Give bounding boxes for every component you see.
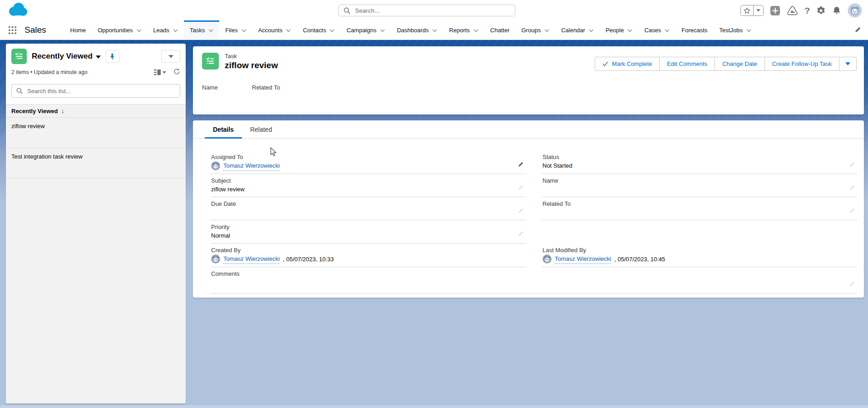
record-title: ziflow review bbox=[225, 60, 278, 70]
nav-tab-calendar[interactable]: Calendar bbox=[555, 20, 600, 40]
list-rows: ziflow review Test integration task revi… bbox=[6, 118, 186, 403]
list-item-ziflow-review[interactable]: ziflow review bbox=[6, 118, 186, 148]
app-name[interactable]: Sales bbox=[25, 25, 46, 35]
guidance-center-icon[interactable] bbox=[787, 5, 798, 16]
salesforce-logo-icon bbox=[7, 2, 29, 20]
change-date-button[interactable]: Change Date bbox=[715, 57, 765, 71]
search-icon bbox=[344, 7, 350, 14]
notifications-bell-icon[interactable] bbox=[832, 6, 841, 15]
field-created-by: Created By Tomasz Wierzowiecki, 05/07/20… bbox=[210, 244, 526, 267]
tab-related[interactable]: Related bbox=[242, 120, 280, 138]
nav-tab-people[interactable]: People bbox=[600, 20, 638, 40]
field-comments: Comments bbox=[210, 267, 858, 294]
chevron-down-icon[interactable] bbox=[589, 27, 594, 34]
user-avatar-mini bbox=[542, 254, 552, 264]
list-view-panel: Recently Viewed 2 items • Updated a minu… bbox=[6, 44, 186, 403]
edit-pencil-icon[interactable] bbox=[518, 208, 524, 216]
chevron-down-icon[interactable] bbox=[380, 27, 385, 34]
nav-tab-files[interactable]: Files bbox=[219, 20, 252, 40]
chevron-down-icon[interactable] bbox=[137, 27, 142, 34]
list-meta-text: 2 items • Updated a minute ago bbox=[11, 69, 88, 75]
list-search bbox=[6, 79, 186, 104]
global-actions-icon[interactable] bbox=[770, 5, 780, 16]
edit-pencil-icon[interactable] bbox=[518, 231, 524, 239]
list-view-caret-icon[interactable] bbox=[96, 55, 101, 59]
chevron-down-icon[interactable] bbox=[665, 27, 670, 34]
last-modified-date: , 05/07/2023, 10:45 bbox=[614, 254, 665, 264]
edit-pencil-icon[interactable] bbox=[849, 184, 855, 193]
global-search[interactable] bbox=[338, 5, 515, 16]
nav-tab-testjobs[interactable]: TestJobs bbox=[713, 20, 757, 40]
app-launcher-icon[interactable] bbox=[8, 26, 17, 35]
field-last-modified-by: Last Modified By Tomasz Wierzowiecki, 05… bbox=[542, 244, 858, 267]
edit-pencil-icon[interactable] bbox=[518, 184, 524, 193]
favorites-button-group bbox=[740, 5, 764, 16]
list-search-input[interactable] bbox=[26, 87, 175, 95]
mark-complete-button[interactable]: Mark Complete bbox=[595, 57, 660, 71]
nav-tab-campaigns[interactable]: Campaigns bbox=[340, 20, 391, 40]
edit-pencil-icon[interactable] bbox=[849, 208, 855, 216]
chevron-down-icon[interactable] bbox=[208, 27, 213, 34]
highlight-field-name: Name bbox=[202, 84, 232, 99]
favorites-star-icon[interactable] bbox=[741, 5, 753, 15]
bottom-edge bbox=[0, 405, 868, 408]
list-item-test-integration-task-review[interactable]: Test integration task review bbox=[6, 148, 186, 179]
edit-pencil-icon[interactable] bbox=[518, 161, 524, 169]
field-name: Name bbox=[542, 174, 858, 197]
list-view-title[interactable]: Recently Viewed bbox=[32, 52, 101, 61]
field-status: Status Not Started bbox=[542, 150, 858, 174]
nav-tab-dashboards[interactable]: Dashboards bbox=[391, 20, 443, 40]
edit-pencil-icon[interactable] bbox=[849, 281, 855, 289]
edit-pencil-icon[interactable] bbox=[849, 161, 855, 169]
nav-tab-contacts[interactable]: Contacts bbox=[297, 20, 340, 40]
record-entity-label: Task bbox=[225, 53, 278, 60]
chevron-down-icon[interactable] bbox=[173, 27, 178, 34]
nav-tab-opportunities[interactable]: Opportunities bbox=[92, 20, 147, 40]
nav-tab-chatter[interactable]: Chatter bbox=[484, 20, 516, 40]
setup-gear-icon[interactable] bbox=[816, 6, 826, 15]
assigned-to-user-link[interactable]: Tomasz Wierzowiecki bbox=[223, 161, 280, 171]
chevron-down-icon[interactable] bbox=[746, 27, 751, 34]
last-modified-by-user-link[interactable]: Tomasz Wierzowiecki bbox=[555, 254, 611, 264]
edit-nav-pencil-icon[interactable] bbox=[854, 26, 861, 35]
list-sort-header[interactable]: Recently Viewed ↓ bbox=[6, 104, 186, 118]
record-highlights-card: Task ziflow review Mark Complete Edit Co… bbox=[193, 46, 864, 114]
global-header: ? bbox=[0, 0, 868, 20]
user-avatar[interactable] bbox=[848, 3, 862, 18]
chevron-down-icon[interactable] bbox=[544, 27, 549, 34]
nav-tab-cases[interactable]: Cases bbox=[638, 20, 676, 40]
nav-tab-reports[interactable]: Reports bbox=[443, 20, 484, 40]
favorites-caret-icon[interactable] bbox=[753, 5, 763, 15]
pin-icon[interactable] bbox=[106, 50, 119, 63]
chevron-down-icon[interactable] bbox=[432, 27, 437, 34]
chevron-down-icon[interactable] bbox=[473, 27, 478, 34]
created-by-user-link[interactable]: Tomasz Wierzowiecki bbox=[223, 254, 280, 264]
field-empty-spacer bbox=[542, 220, 858, 244]
more-actions-caret-icon[interactable] bbox=[839, 57, 857, 71]
nav-tab-leads[interactable]: Leads bbox=[148, 20, 184, 40]
global-search-input[interactable] bbox=[354, 7, 510, 15]
list-view-controls-button[interactable] bbox=[161, 50, 180, 63]
chevron-down-icon[interactable] bbox=[330, 27, 335, 34]
chevron-down-icon[interactable] bbox=[242, 27, 247, 34]
display-as-icon[interactable] bbox=[153, 69, 166, 76]
create-follow-up-task-button[interactable]: Create Follow-Up Task bbox=[765, 57, 839, 71]
help-icon[interactable]: ? bbox=[804, 6, 810, 15]
highlights-fields: Name Related To bbox=[193, 70, 864, 99]
edit-comments-button[interactable]: Edit Comments bbox=[660, 57, 715, 71]
nav-tab-accounts[interactable]: Accounts bbox=[252, 20, 297, 40]
nav-tab-home[interactable]: Home bbox=[64, 20, 92, 40]
field-due-date: Due Date bbox=[210, 197, 526, 220]
created-date: , 05/07/2023, 10:33 bbox=[283, 254, 334, 264]
chevron-down-icon[interactable] bbox=[627, 27, 632, 34]
refresh-icon[interactable] bbox=[173, 68, 180, 76]
nav-tab-groups[interactable]: Groups bbox=[516, 20, 556, 40]
nav-tab-forecasts[interactable]: Forecasts bbox=[676, 20, 713, 40]
task-entity-icon bbox=[202, 53, 219, 70]
chevron-down-icon[interactable] bbox=[286, 27, 291, 34]
tab-details[interactable]: Details bbox=[205, 120, 242, 138]
nav-tab-tasks[interactable]: Tasks bbox=[184, 20, 219, 40]
field-subject: Subject ziflow review bbox=[210, 174, 526, 197]
list-view-header: Recently Viewed bbox=[6, 44, 186, 66]
search-icon bbox=[16, 88, 23, 94]
